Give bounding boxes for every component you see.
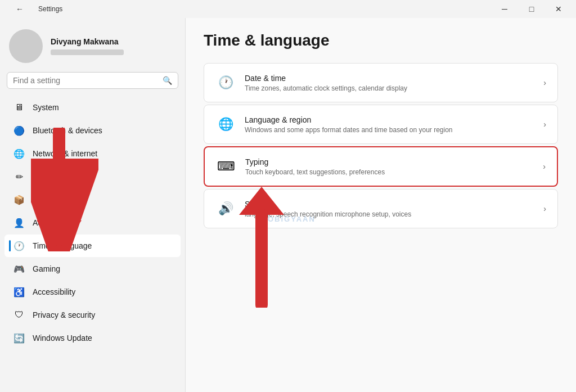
language-desc: Windows and some apps format dates and t…: [245, 126, 534, 134]
sidebar-item-gaming[interactable]: 🎮 Gaming: [4, 258, 181, 280]
sidebar: Divyang Makwana 🔍 🖥 System 🔵 Bluetooth &…: [0, 18, 186, 392]
gaming-icon: 🎮: [14, 263, 25, 274]
sidebar-item-accessibility[interactable]: ♿ Accessibility: [4, 281, 181, 303]
settings-item-speech[interactable]: 🔊 Speech language, speech recognition mi…: [204, 190, 557, 228]
sidebar-item-system-label: System: [33, 103, 59, 112]
apps-icon: 📦: [14, 194, 25, 205]
privacy-icon: 🛡: [14, 309, 25, 321]
search-icon: 🔍: [163, 76, 172, 85]
search-box[interactable]: 🔍: [7, 72, 178, 89]
speech-desc: language, speech recognition microphone …: [245, 210, 534, 218]
datetime-text: Date & time Time zones, automatic clock …: [245, 74, 534, 92]
settings-card-typing: ⌨ Typing Touch keyboard, text suggestion…: [204, 146, 558, 187]
sidebar-item-bluetooth[interactable]: 🔵 Bluetooth & devices: [4, 119, 181, 142]
typing-title: Typing: [245, 157, 534, 166]
maximize-button[interactable]: □: [519, 0, 544, 18]
sidebar-item-privacy[interactable]: 🛡 Privacy & security: [4, 304, 181, 326]
nav-list: 🖥 System 🔵 Bluetooth & devices 🌐 Network…: [0, 96, 185, 392]
settings-card-language: 🌐 Language & region Windows and some app…: [204, 105, 558, 144]
speech-title: Speech: [245, 200, 534, 209]
typing-desc: Touch keyboard, text suggestions, prefer…: [245, 168, 534, 176]
app-container: Divyang Makwana 🔍 🖥 System 🔵 Bluetooth &…: [0, 18, 576, 392]
page-title: Time & language: [204, 31, 558, 49]
sidebar-item-network[interactable]: 🌐 Network & internet: [4, 142, 181, 165]
sidebar-item-accessibility-label: Accessibility: [33, 287, 75, 296]
sidebar-item-apps-label: Apps: [33, 195, 51, 204]
typing-text: Typing Touch keyboard, text suggestions,…: [245, 157, 534, 176]
main-content: Time & language 🕐 Date & time Time zones…: [186, 18, 576, 392]
sidebar-item-system[interactable]: 🖥 System: [4, 96, 181, 119]
avatar: [9, 29, 43, 63]
sidebar-item-update-label: Windows Update: [33, 334, 92, 343]
sidebar-item-bluetooth-label: Bluetooth & devices: [33, 126, 102, 135]
minimize-button[interactable]: ─: [492, 0, 518, 18]
settings-item-language[interactable]: 🌐 Language & region Windows and some app…: [204, 105, 557, 143]
sidebar-item-personalisation-label: Personalisation: [33, 172, 87, 181]
settings-card-speech: 🔊 Speech language, speech recognition mi…: [204, 189, 558, 228]
user-name: Divyang Makwana: [51, 37, 124, 46]
datetime-title: Date & time: [245, 74, 534, 83]
personalisation-icon: ✏: [14, 171, 25, 182]
sidebar-item-apps[interactable]: 📦 Apps: [4, 188, 181, 211]
typing-chevron: ›: [543, 162, 546, 171]
language-title: Language & region: [245, 115, 534, 124]
user-sub-placeholder: [51, 49, 124, 55]
back-button[interactable]: ←: [7, 0, 33, 18]
update-icon: 🔄: [14, 332, 25, 344]
title-bar-controls: ─ □ ✕: [492, 0, 572, 18]
language-icon: 🌐: [215, 114, 236, 134]
sidebar-item-update[interactable]: 🔄 Windows Update: [4, 327, 181, 349]
language-chevron: ›: [543, 120, 546, 129]
user-section: Divyang Makwana: [0, 22, 185, 72]
settings-item-datetime[interactable]: 🕐 Date & time Time zones, automatic cloc…: [204, 64, 557, 102]
sidebar-item-time-label: Time & language: [33, 241, 92, 250]
sidebar-item-gaming-label: Gaming: [33, 264, 60, 273]
time-icon: 🕐: [14, 240, 25, 251]
accounts-icon: 👤: [14, 217, 25, 228]
sidebar-item-time[interactable]: 🕐 Time & language: [4, 235, 181, 257]
user-info: Divyang Makwana: [51, 37, 124, 55]
sidebar-item-accounts-label: Accounts: [33, 218, 65, 227]
accessibility-icon: ♿: [14, 286, 25, 298]
datetime-icon: 🕐: [215, 73, 236, 93]
sidebar-item-privacy-label: Privacy & security: [33, 310, 95, 319]
datetime-desc: Time zones, automatic clock settings, ca…: [245, 84, 534, 92]
sidebar-item-personalisation[interactable]: ✏ Personalisation: [4, 165, 181, 188]
network-icon: 🌐: [14, 148, 25, 159]
language-text: Language & region Windows and some apps …: [245, 115, 534, 134]
datetime-chevron: ›: [543, 78, 546, 87]
title-bar: ← Settings ─ □ ✕: [0, 0, 576, 18]
sidebar-item-network-label: Network & internet: [33, 149, 97, 158]
settings-card-datetime: 🕐 Date & time Time zones, automatic cloc…: [204, 63, 558, 102]
speech-chevron: ›: [543, 204, 546, 213]
system-icon: 🖥: [14, 102, 25, 113]
settings-item-typing[interactable]: ⌨ Typing Touch keyboard, text suggestion…: [205, 147, 557, 186]
search-input[interactable]: [13, 76, 158, 85]
sidebar-item-accounts[interactable]: 👤 Accounts: [4, 211, 181, 234]
app-title: Settings: [38, 5, 62, 13]
title-bar-left: ← Settings: [7, 0, 62, 18]
speech-text: Speech language, speech recognition micr…: [245, 200, 534, 218]
close-button[interactable]: ✕: [546, 0, 572, 18]
typing-icon: ⌨: [216, 156, 236, 177]
speech-icon: 🔊: [215, 199, 236, 219]
active-indicator: [9, 240, 11, 251]
bluetooth-icon: 🔵: [14, 125, 25, 136]
